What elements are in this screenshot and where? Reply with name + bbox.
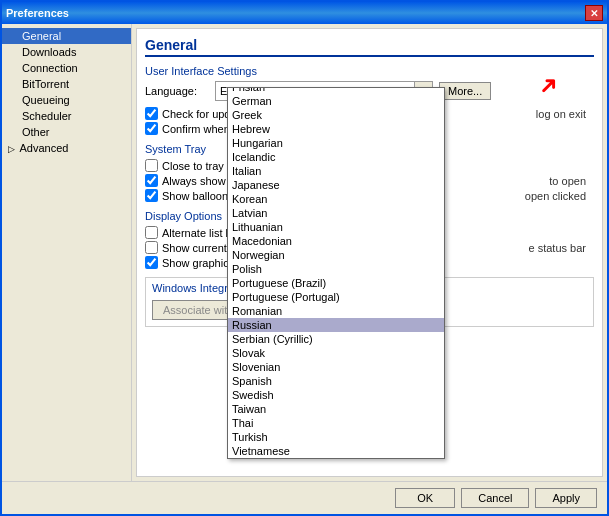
open-clicked-text: open clicked [525,190,586,202]
sidebar: General Downloads Connection BitTorrent … [2,24,132,481]
apply-button[interactable]: Apply [535,488,597,508]
sidebar-item-label: Queueing [22,94,70,106]
status-bar-text: e status bar [529,242,586,254]
cancel-button[interactable]: Cancel [461,488,529,508]
dropdown-item-lithuanian[interactable]: Lithuanian [228,220,444,234]
show-balloon-label: Show balloon n [162,190,237,202]
sidebar-item-label: Scheduler [22,110,72,122]
dropdown-item-serbian-cyrillic[interactable]: Serbian (Cyrillic) [228,332,444,346]
alternate-list-label: Alternate list b [162,227,232,239]
preferences-window: Preferences ✕ General Downloads Connecti… [0,0,609,516]
sidebar-item-general[interactable]: General [2,28,131,44]
panel-title: General [145,37,594,57]
show-current-label: Show current s [162,242,235,254]
sidebar-item-label: Advanced [19,142,68,154]
dropdown-item-latvian[interactable]: Latvian [228,206,444,220]
dropdown-item-greek[interactable]: Greek [228,108,444,122]
sidebar-item-bittorrent[interactable]: BitTorrent [2,76,131,92]
log-on-exit-text: log on exit [536,108,586,120]
dropdown-item-korean[interactable]: Korean [228,192,444,206]
dropdown-item-taiwan[interactable]: Taiwan [228,402,444,416]
show-balloon-checkbox[interactable] [145,189,158,202]
sidebar-item-label: Downloads [22,46,76,58]
close-to-tray-label: Close to tray [162,160,224,172]
close-button[interactable]: ✕ [585,5,603,21]
dropdown-item-japanese[interactable]: Japanese [228,178,444,192]
sidebar-item-other[interactable]: Other [2,124,131,140]
expand-arrow-icon: ▷ [8,144,15,154]
sidebar-item-connection[interactable]: Connection [2,60,131,76]
always-show-label: Always show t [162,175,232,187]
dropdown-item-thai[interactable]: Thai [228,416,444,430]
dropdown-item-hungarian[interactable]: Hungarian [228,136,444,150]
sidebar-item-advanced[interactable]: ▷ Advanced [2,140,131,156]
dropdown-item-spanish[interactable]: Spanish [228,374,444,388]
dropdown-item-slovak[interactable]: Slovak [228,346,444,360]
check-updates-checkbox[interactable] [145,107,158,120]
sidebar-item-label: Other [22,126,50,138]
sidebar-item-scheduler[interactable]: Scheduler [2,108,131,124]
language-dropdown-list: FinnishFrench (Canada)French (France)Fri… [227,87,445,459]
confirm-when-checkbox[interactable] [145,122,158,135]
show-current-checkbox[interactable] [145,241,158,254]
dropdown-item-macedonian[interactable]: Macedonian [228,234,444,248]
sidebar-item-label: General [22,30,61,42]
content-area: General Downloads Connection BitTorrent … [2,24,607,481]
show-graphica-checkbox[interactable] [145,256,158,269]
main-panel: General ➜ User Interface Settings Langua… [136,28,603,477]
close-to-tray-checkbox[interactable] [145,159,158,172]
dropdown-item-portuguese-portugal[interactable]: Portuguese (Portugal) [228,290,444,304]
dropdown-item-icelandic[interactable]: Icelandic [228,150,444,164]
to-open-text: to open [549,175,586,187]
section-ui-label: User Interface Settings [145,65,594,77]
dropdown-item-italian[interactable]: Italian [228,164,444,178]
dropdown-item-russian[interactable]: Russian [228,318,444,332]
dropdown-item-norwegian[interactable]: Norwegian [228,248,444,262]
sidebar-item-downloads[interactable]: Downloads [2,44,131,60]
sidebar-item-label: BitTorrent [22,78,69,90]
dropdown-item-polish[interactable]: Polish [228,262,444,276]
always-show-checkbox[interactable] [145,174,158,187]
dropdown-item-swedish[interactable]: Swedish [228,388,444,402]
dropdown-item-slovenian[interactable]: Slovenian [228,360,444,374]
alternate-list-checkbox[interactable] [145,226,158,239]
sidebar-item-label: Connection [22,62,78,74]
check-updates-label: Check for upd [162,108,230,120]
bottom-bar: OK Cancel Apply [2,481,607,514]
dropdown-scrollable[interactable]: FinnishFrench (Canada)French (France)Fri… [228,88,444,458]
dropdown-item-hebrew[interactable]: Hebrew [228,122,444,136]
ok-button[interactable]: OK [395,488,455,508]
sidebar-item-queueing[interactable]: Queueing [2,92,131,108]
show-graphica-label: Show graphica [162,257,235,269]
language-label: Language: [145,85,215,97]
dropdown-item-turkish[interactable]: Turkish [228,430,444,444]
dropdown-item-portuguese-brazil[interactable]: Portuguese (Brazil) [228,276,444,290]
title-bar: Preferences ✕ [2,2,607,24]
dropdown-item-romanian[interactable]: Romanian [228,304,444,318]
dropdown-item-german[interactable]: German [228,94,444,108]
dropdown-item-vietnamese[interactable]: Vietnamese [228,444,444,458]
more-button[interactable]: More... [439,82,491,100]
window-title: Preferences [6,7,69,19]
confirm-when-label: Confirm when [162,123,230,135]
